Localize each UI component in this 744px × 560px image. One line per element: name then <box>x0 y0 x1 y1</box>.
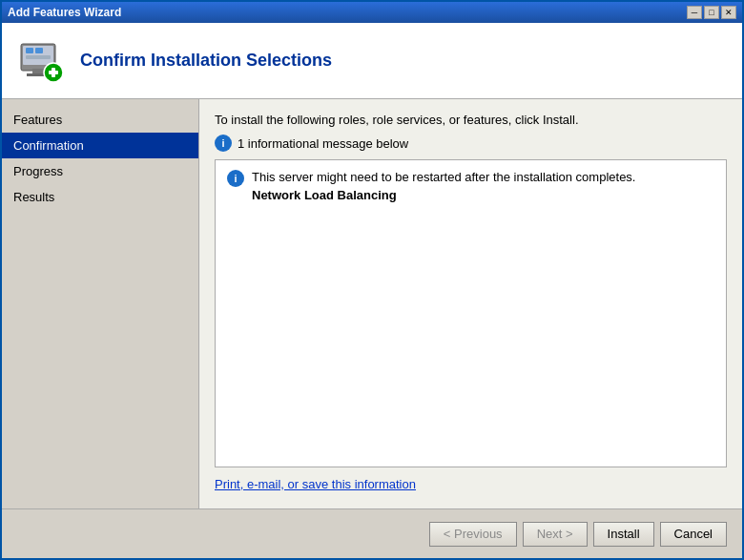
info-icon: i <box>215 135 232 152</box>
close-button[interactable]: ✕ <box>721 6 736 19</box>
sidebar-item-results[interactable]: Results <box>2 184 198 210</box>
previous-button[interactable]: < Previous <box>429 522 517 547</box>
svg-rect-4 <box>26 48 33 53</box>
svg-rect-5 <box>35 48 43 53</box>
wizard-header: Confirm Installation Selections <box>2 23 742 99</box>
info-banner-text: 1 informational message below <box>238 136 408 151</box>
title-bar: Add Features Wizard ─ □ ✕ <box>2 2 742 23</box>
next-button[interactable]: Next > <box>523 522 588 547</box>
wizard-window: Add Features Wizard ─ □ ✕ <box>0 0 744 560</box>
save-link[interactable]: Print, e-mail, or save this information <box>215 477 727 491</box>
wizard-body: Features Confirmation Progress Results T… <box>2 99 742 508</box>
message-row: i This server might need to be restarted… <box>227 170 714 202</box>
window-controls: ─ □ ✕ <box>687 6 736 19</box>
minimize-button[interactable]: ─ <box>687 6 702 19</box>
svg-rect-9 <box>52 68 55 77</box>
main-content: To install the following roles, role ser… <box>199 99 742 508</box>
restart-message: This server might need to be restarted a… <box>252 170 635 184</box>
message-box: i This server might need to be restarted… <box>215 159 727 467</box>
feature-name: Network Load Balancing <box>252 188 635 202</box>
sidebar: Features Confirmation Progress Results <box>2 99 199 508</box>
svg-rect-6 <box>26 55 51 59</box>
sidebar-item-features[interactable]: Features <box>2 107 198 133</box>
info-banner: i 1 informational message below <box>215 135 727 152</box>
maximize-button[interactable]: □ <box>704 6 719 19</box>
message-info-icon: i <box>227 170 244 187</box>
sidebar-item-progress[interactable]: Progress <box>2 158 198 184</box>
intro-text: To install the following roles, role ser… <box>215 113 727 127</box>
install-button[interactable]: Install <box>593 522 654 547</box>
cancel-button[interactable]: Cancel <box>660 522 727 547</box>
sidebar-item-confirmation[interactable]: Confirmation <box>2 133 198 158</box>
wizard-footer: < Previous Next > Install Cancel <box>2 508 742 558</box>
message-content: This server might need to be restarted a… <box>252 170 635 202</box>
wizard-icon-graphic <box>17 36 67 86</box>
window-title: Add Features Wizard <box>8 6 121 19</box>
page-title: Confirm Installation Selections <box>80 51 332 71</box>
svg-rect-2 <box>32 69 44 73</box>
